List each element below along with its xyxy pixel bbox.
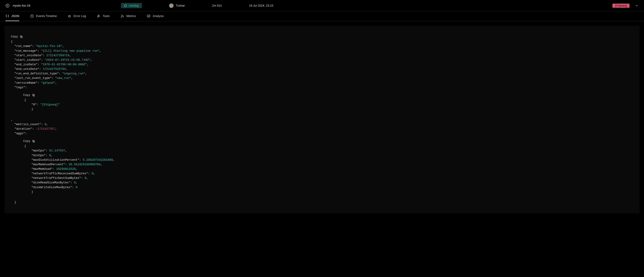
tag-pill[interactable]: [Chipseq] [612, 4, 630, 8]
tab-label: Events Timeline [36, 14, 57, 18]
header-mid: running Tushar 2m 52s 19 Jul 2024, 23:15 [121, 3, 612, 8]
braces-icon [6, 14, 9, 18]
json-value: "[Chipseq]" [40, 103, 60, 106]
header-right: [Chipseq] [612, 4, 638, 8]
brace-open: { [11, 40, 13, 43]
copy-icon [32, 94, 35, 97]
tab-events-timeline[interactable]: Events Timeline [30, 11, 57, 21]
json-panel: Copy { "run_name": "mystic-fox-19", "run… [4, 26, 640, 213]
tab-label: Metrics [126, 14, 136, 18]
json-value: 19256811520 [56, 167, 76, 171]
json-value: 0 [76, 186, 78, 189]
json-value: "new_run" [55, 76, 71, 80]
bug-icon [68, 14, 71, 18]
chart-icon [147, 14, 150, 18]
json-value: "[CLI] Starting new pipeline run" [41, 49, 100, 53]
copy-icon [20, 35, 23, 38]
clock-icon [30, 14, 34, 18]
tab-label: Error Log [74, 14, 86, 18]
run-name: mystic-fox-19 [13, 4, 30, 7]
copy-button[interactable]: Copy [23, 93, 35, 97]
json-value: 1721427356716 [46, 54, 69, 57]
json-value: 0 [44, 123, 46, 126]
user-block: Tushar [169, 3, 185, 8]
download-icon[interactable] [6, 4, 10, 8]
copy-button[interactable]: Copy [23, 139, 35, 143]
copy-button[interactable]: Copy [11, 34, 23, 39]
duration: 2m 52s [212, 4, 222, 7]
copy-label: Copy [23, 93, 30, 97]
status-label: running [129, 4, 138, 7]
tab-label: Analysis [153, 14, 164, 18]
json-value: "mystic-fox-19" [36, 44, 62, 48]
copy-label: Copy [23, 139, 30, 143]
header-left: mystic-fox-19 [6, 4, 30, 8]
chevron-down-icon[interactable] [635, 4, 638, 7]
copy-icon [32, 140, 35, 143]
json-value: "ongoing_run" [62, 72, 85, 75]
wrench-icon [97, 14, 100, 18]
svg-rect-4 [147, 15, 150, 17]
json-value: 1721427525784 [43, 67, 66, 71]
timestamp: 19 Jul 2024, 23:15 [249, 4, 273, 7]
tab-error-log[interactable]: Error Log [68, 11, 86, 21]
user-name: Tushar [176, 4, 185, 7]
json-value: "1970-01-01T00:00:00.000Z" [41, 63, 87, 66]
tab-label: JSON [11, 14, 19, 18]
copy-label: Copy [11, 34, 18, 39]
header-bar: mystic-fox-19 running Tushar 2m 52s 19 J… [0, 0, 644, 11]
tabs-bar: JSON Events Timeline Error Log Tools Met… [0, 11, 644, 21]
json-value: -1721427357 [36, 127, 55, 131]
tab-metrics[interactable]: Metrics [120, 11, 136, 21]
tab-tools[interactable]: Tools [97, 11, 110, 21]
main-content: Copy { "run_name": "mystic-fox-19", "run… [0, 21, 644, 218]
avatar [169, 3, 174, 8]
json-value: 28.561925168906704 [68, 163, 100, 166]
json-value: 5.205207342201889 [83, 158, 113, 162]
json-value: "gitpod" [41, 81, 55, 85]
svg-point-3 [121, 17, 122, 17]
nested-json-aggs: Copy { "maxCpu": 51.147537, "minCpu": 0,… [17, 139, 633, 194]
status-pill: running [121, 3, 142, 8]
status-dot-icon [124, 4, 127, 7]
rss-icon [120, 14, 124, 18]
tab-label: Tools [103, 14, 110, 18]
tab-analysis[interactable]: Analysis [147, 11, 164, 21]
json-value: 51.147537 [49, 149, 65, 152]
nested-json-tags: Copy { "0": "[Chipseq]" } [17, 93, 633, 112]
tab-json[interactable]: JSON [6, 11, 19, 21]
json-value: "2024-07-19T22:15:56.716Z" [44, 58, 90, 62]
